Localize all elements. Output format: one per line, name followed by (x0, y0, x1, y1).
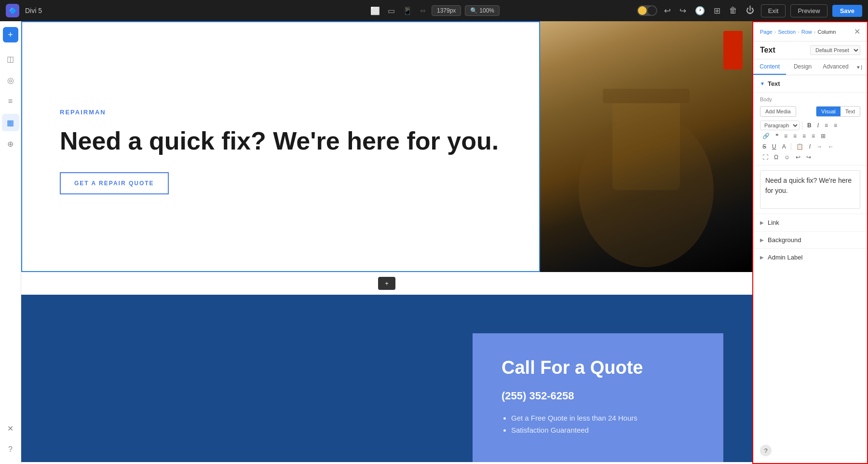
panel-tabs: Content Design Advanced ▾ | (753, 59, 867, 75)
add-media-button[interactable]: Add Media (760, 106, 796, 117)
breadcrumb-sep2: › (798, 29, 800, 35)
sidebar-icon-settings[interactable]: ≡ (2, 93, 19, 110)
strikethrough-button[interactable]: S (760, 142, 769, 151)
divider-1 (802, 122, 802, 129)
toolbelt-visual (540, 21, 752, 272)
sidebar-icon-help[interactable]: ? (2, 441, 19, 458)
italic-button[interactable]: I (815, 121, 821, 130)
cursor-icon: | (861, 64, 862, 70)
visual-mode-button[interactable]: Visual (816, 107, 841, 116)
tab-more[interactable]: ▾ | (852, 59, 867, 75)
toggle-dark (648, 6, 656, 15)
sidebar-icon-modules[interactable]: ▦ (2, 114, 19, 131)
quote-card-title: Call For a Quote (502, 357, 694, 378)
format-row-3: S U A 📋 I → ← (760, 142, 860, 151)
indent-button[interactable]: → (814, 142, 825, 151)
hero-content-row: REPAIRMAN Need a quick fix? We're here f… (21, 21, 752, 272)
breadcrumb-page[interactable]: Page (760, 29, 773, 35)
width-badge[interactable]: 1379px (432, 5, 461, 16)
history-btn[interactable]: 🕐 (693, 4, 707, 18)
toggle-open-icon: ▼ (760, 81, 765, 86)
emoji-button[interactable]: ☺ (782, 152, 792, 162)
panel-close-button[interactable]: ✕ (854, 27, 860, 36)
unordered-list-button[interactable]: ≡ (822, 121, 830, 130)
power-btn[interactable]: ⏻ (744, 4, 756, 17)
quote-card: Call For a Quote (255) 352-6258 Get a Fr… (473, 333, 723, 462)
divider-2 (791, 143, 791, 150)
breadcrumb-row[interactable]: Row (801, 29, 812, 35)
italic2-button[interactable]: I (807, 142, 813, 151)
svg-rect-2 (603, 89, 690, 103)
trash-btn[interactable]: 🗑 (727, 4, 739, 17)
undo-btn[interactable]: ↩ (662, 4, 673, 18)
align-center-button[interactable]: ≡ (791, 131, 799, 141)
text-mode-button[interactable]: Text (841, 107, 860, 116)
omega-button[interactable]: Ω (772, 152, 781, 162)
preview-button[interactable]: Preview (790, 4, 827, 17)
redo-editor-button[interactable]: ↪ (804, 152, 814, 162)
toggle-light (638, 6, 647, 15)
hero-left-column: REPAIRMAN Need a quick fix? We're here f… (21, 21, 540, 272)
chevron-down-icon: ▾ (857, 64, 860, 70)
panel-title: Text (760, 46, 775, 55)
outdent-button[interactable]: ← (826, 142, 836, 151)
mobile-device-btn[interactable]: 📱 (401, 4, 414, 17)
paragraph-select[interactable]: Paragraph (760, 121, 800, 130)
fullscreen-button[interactable]: ⛶ (760, 152, 771, 162)
text-section-toggle[interactable]: ▼ Text (753, 75, 867, 93)
paste-text-button[interactable]: 📋 (794, 142, 806, 151)
background-section-toggle[interactable]: ▶ Background (753, 231, 867, 248)
tab-advanced[interactable]: Advanced (819, 59, 852, 75)
svg-rect-1 (612, 94, 680, 190)
sidebar-icon-theme[interactable]: ◎ (2, 71, 19, 89)
editor-content-area[interactable]: Need a quick fix? We're here for you. (760, 170, 860, 209)
table-button[interactable]: ⊞ (818, 131, 828, 141)
layout-btn[interactable]: ⊞ (712, 4, 722, 18)
theme-toggle[interactable] (637, 5, 657, 16)
sidebar-icon-library[interactable]: ⊕ (2, 135, 19, 152)
underline-button[interactable]: U (770, 142, 779, 151)
help-icon[interactable]: ? (760, 445, 772, 456)
topbar-right: ↩ ↪ 🕐 ⊞ 🗑 ⏻ Exit Preview Save (637, 4, 862, 18)
zoom-badge: 🔍 100% (465, 5, 500, 16)
justify-button[interactable]: ≡ (809, 131, 817, 141)
sidebar-icon-tools[interactable]: ✕ (2, 420, 19, 437)
redo-btn[interactable]: ↪ (678, 4, 688, 18)
add-row-bar: + (21, 272, 752, 295)
zoom-icon: 🔍 (470, 7, 477, 14)
add-module-button[interactable]: + (3, 27, 18, 42)
breadcrumb-current: Column (817, 29, 836, 35)
zoom-value: 100% (479, 7, 494, 14)
undo-editor-button[interactable]: ↩ (793, 152, 803, 162)
color-button[interactable]: A (780, 142, 788, 151)
tab-design[interactable]: Design (786, 59, 819, 75)
align-left-button[interactable]: ≡ (782, 131, 790, 141)
add-row-button[interactable]: + (378, 277, 395, 290)
responsive-icon: ⇔ (418, 7, 428, 14)
body-label: Body (753, 93, 867, 104)
align-right-button[interactable]: ≡ (800, 131, 808, 141)
sidebar-icon-layers[interactable]: ◫ (2, 50, 19, 68)
admin-label-section-toggle[interactable]: ▶ Admin Label (753, 248, 867, 266)
save-button[interactable]: Save (832, 5, 862, 17)
tools-svg (540, 21, 752, 272)
link-button[interactable]: 🔗 (760, 131, 772, 141)
ordered-list-button[interactable]: ≡ (831, 121, 840, 130)
bold-button[interactable]: B (805, 121, 814, 130)
breadcrumb-sep1: › (774, 29, 776, 35)
plus-icon: + (385, 280, 389, 287)
format-row-1: Paragraph B I ≡ ≡ (760, 121, 860, 130)
breadcrumb-section[interactable]: Section (778, 29, 796, 35)
desktop-device-btn[interactable]: ⬜ (368, 4, 382, 17)
link-arrow-icon: ▶ (760, 220, 764, 225)
blockquote-button[interactable]: ❝ (773, 131, 781, 141)
quote-card-list: Get a Free Quote in less than 24 Hours S… (502, 414, 694, 434)
tablet-device-btn[interactable]: ▭ (386, 4, 397, 17)
preset-select[interactable]: Default Preset (810, 45, 860, 55)
exit-button[interactable]: Exit (761, 4, 786, 17)
admin-label: Admin Label (768, 254, 802, 261)
hero-image (540, 21, 752, 272)
hero-cta-button[interactable]: GET A REPAIR QUOTE (60, 172, 169, 194)
tab-content[interactable]: Content (753, 59, 786, 75)
link-section-toggle[interactable]: ▶ Link (753, 214, 867, 231)
